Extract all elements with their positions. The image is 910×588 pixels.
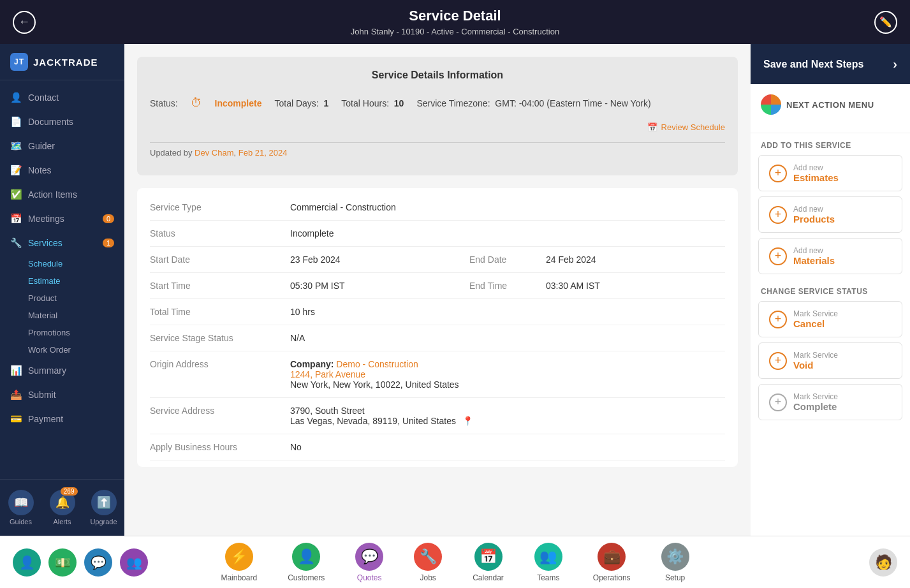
sidebar-sub-material[interactable]: Material xyxy=(0,307,124,324)
save-next-button[interactable]: Save and Next Steps › xyxy=(751,44,910,84)
sidebar-label-notes: Notes xyxy=(28,165,52,175)
sidebar-item-notes[interactable]: 📝 Notes xyxy=(0,158,124,182)
add-products-button[interactable]: + Add new Products xyxy=(758,196,902,233)
edit-button[interactable]: ✏️ xyxy=(874,11,897,34)
detail-business-hours: Apply Business Hours No xyxy=(150,434,725,460)
teams-icon: 👥 xyxy=(534,543,562,571)
void-text: Mark Service Void xyxy=(793,351,838,371)
status-field-value: Incomplete xyxy=(290,228,725,239)
nav-calendar[interactable]: 📅 Calendar xyxy=(457,538,519,587)
nav-customers[interactable]: 👤 Customers xyxy=(272,538,340,587)
alerts-badge: 269 xyxy=(61,487,78,496)
sidebar-item-submit[interactable]: 📤 Submit xyxy=(0,383,124,407)
add-products-sublabel: Add new xyxy=(793,205,835,214)
sidebar-bottom-upgrade[interactable]: ⬆️ Upgrade xyxy=(83,486,124,529)
sidebar-bottom-guides[interactable]: 📖 Guides xyxy=(0,486,41,529)
mark-complete-button[interactable]: + Mark Service Complete xyxy=(758,384,902,420)
card-title: Service Details Information xyxy=(150,70,725,81)
upgrade-icon: ⬆️ xyxy=(91,490,117,515)
status-field-label: Status xyxy=(150,228,290,239)
detail-times: Start Time 05:30 PM IST End Time 03:30 A… xyxy=(150,273,725,299)
mark-cancel-button[interactable]: + Mark Service Cancel xyxy=(758,301,902,337)
save-next-arrow: › xyxy=(893,57,897,71)
detail-origin-address: Origin Address Company: Demo - Construct… xyxy=(150,351,725,398)
sidebar-item-meetings[interactable]: 📅 Meetings 0 xyxy=(0,207,124,231)
logo-icon: JT xyxy=(10,53,28,71)
notes-icon: 📝 xyxy=(10,165,22,176)
sidebar-bottom-alerts[interactable]: 🔔 269 Alerts xyxy=(41,486,83,529)
complete-text: Mark Service Complete xyxy=(793,392,838,412)
sidebar-item-contact[interactable]: 👤 Contact xyxy=(0,85,124,110)
sidebar-sub-promotions[interactable]: Promotions xyxy=(0,324,124,341)
main-panel: Service Details Information Status: ⏱ In… xyxy=(124,44,751,536)
calendar-icon: 📅 xyxy=(474,543,503,571)
origin-address-line2: New York, New York, 10022, United States xyxy=(290,379,725,390)
nav-jobs[interactable]: 🔧 Jobs xyxy=(399,538,457,587)
back-button[interactable]: ← xyxy=(13,11,36,34)
total-hours-value: 10 xyxy=(394,98,404,108)
contact-icon: 👤 xyxy=(10,92,22,103)
add-estimates-button[interactable]: + Add new Estimates xyxy=(758,155,902,191)
service-type-value: Commercial - Construction xyxy=(290,202,725,212)
cancel-sublabel: Mark Service xyxy=(793,309,838,318)
sidebar-label-guider: Guider xyxy=(28,141,55,151)
sidebar-label-summary: Summary xyxy=(28,365,66,376)
origin-address-value: Company: Demo - Construction 1244, Park … xyxy=(290,359,725,390)
summary-icon: 📊 xyxy=(10,365,22,376)
updated-by: Dev Cham xyxy=(194,148,233,158)
sidebar-item-guider[interactable]: 🗺️ Guider xyxy=(0,134,124,158)
business-hours-label: Apply Business Hours xyxy=(150,442,290,452)
nav-operations[interactable]: 💼 Operations xyxy=(578,538,646,587)
bottom-icon-person[interactable]: 👤 xyxy=(13,548,41,577)
add-products-icon: + xyxy=(769,206,787,224)
mark-void-button[interactable]: + Mark Service Void xyxy=(758,342,902,379)
user-avatar[interactable]: 🧑 xyxy=(869,548,897,577)
sidebar-item-services[interactable]: 🔧 Services 1 xyxy=(0,231,124,255)
start-date-label: Start Date xyxy=(150,254,290,265)
add-products-text: Add new Products xyxy=(793,205,835,224)
nav-quotes[interactable]: 💬 Quotes xyxy=(340,538,399,587)
sidebar-label-meetings: Meetings xyxy=(28,214,64,224)
main-layout: JT JACKTRADE 👤 Contact 📄 Documents 🗺️ Gu… xyxy=(0,44,910,536)
next-action-gear-icon xyxy=(761,94,781,115)
sidebar-item-payment[interactable]: 💳 Payment xyxy=(0,407,124,431)
sidebar-sub-work-order[interactable]: Work Order xyxy=(0,341,124,358)
sidebar-label-contact: Contact xyxy=(28,92,59,103)
operations-label: Operations xyxy=(593,573,631,582)
sidebar: JT JACKTRADE 👤 Contact 📄 Documents 🗺️ Gu… xyxy=(0,44,124,536)
services-badge: 1 xyxy=(103,239,114,247)
cancel-text: Mark Service Cancel xyxy=(793,309,838,329)
status-label: Status: xyxy=(150,98,178,108)
review-schedule-button[interactable]: 📅 Review Schedule xyxy=(647,122,725,132)
sidebar-sub-estimate[interactable]: Estimate xyxy=(0,272,124,290)
service-details-card: Service Details Information Status: ⏱ In… xyxy=(137,57,738,175)
complete-icon: + xyxy=(769,393,787,411)
end-time-value: 03:30 AM IST xyxy=(546,281,725,291)
sidebar-logo: JT JACKTRADE xyxy=(0,44,124,80)
sidebar-sub-product[interactable]: Product xyxy=(0,290,124,307)
status-row: Status: ⏱ Incomplete Total Days: 1 Total… xyxy=(150,91,725,142)
timezone-label: Service Timezone: xyxy=(416,98,490,108)
void-sublabel: Mark Service xyxy=(793,351,838,360)
sidebar-sub-schedule[interactable]: Schedule xyxy=(0,255,124,272)
sidebar-item-summary[interactable]: 📊 Summary xyxy=(0,358,124,383)
add-estimates-icon: + xyxy=(769,165,787,182)
bottom-icon-group[interactable]: 👥 xyxy=(120,548,148,577)
top-bar: ← Service Detail John Stanly - 10190 - A… xyxy=(0,0,910,44)
bottom-nav: 👤 💵 💬 👥 ⚡ Mainboard 👤 Customers 💬 Quotes… xyxy=(0,536,910,588)
bottom-icon-dollar[interactable]: 💵 xyxy=(48,548,77,577)
services-icon: 🔧 xyxy=(10,237,22,249)
quotes-icon: 💬 xyxy=(355,543,383,571)
add-materials-button[interactable]: + Add new Materials xyxy=(758,238,902,274)
bottom-icon-chat[interactable]: 💬 xyxy=(84,548,112,577)
sidebar-item-action-items[interactable]: ✅ Action Items xyxy=(0,182,124,207)
sidebar-item-documents[interactable]: 📄 Documents xyxy=(0,110,124,134)
add-estimates-text: Add new Estimates xyxy=(793,163,839,183)
calendar-label: Calendar xyxy=(473,573,504,582)
sidebar-label-submit: Submit xyxy=(28,390,56,400)
submit-icon: 📤 xyxy=(10,389,22,401)
nav-setup[interactable]: ⚙️ Setup xyxy=(646,538,705,587)
start-time-value: 05:30 PM IST xyxy=(290,281,469,291)
nav-teams[interactable]: 👥 Teams xyxy=(519,538,578,587)
nav-mainboard[interactable]: ⚡ Mainboard xyxy=(205,538,272,587)
